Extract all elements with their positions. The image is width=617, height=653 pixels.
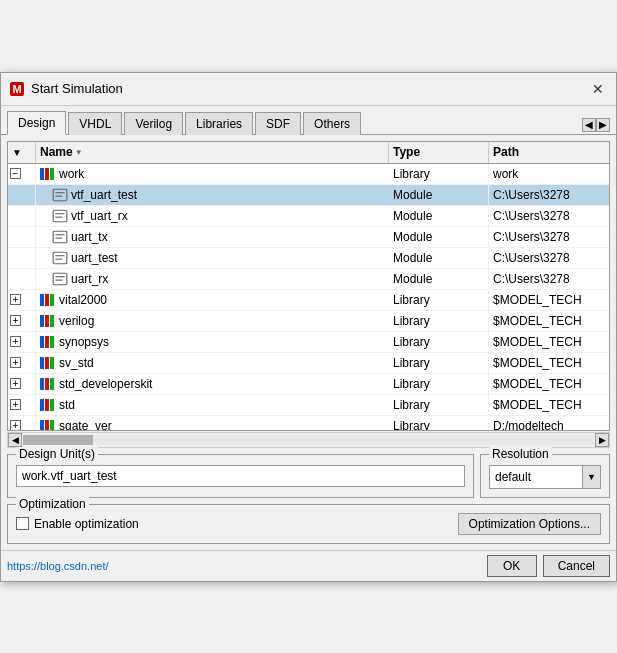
svg-rect-31 — [50, 357, 54, 369]
h-scrollbar-thumb[interactable] — [23, 435, 93, 445]
row-name-7: verilog — [36, 311, 389, 331]
svg-rect-21 — [45, 294, 49, 306]
row-name-text-10: std_developerskit — [59, 377, 152, 391]
row-expand-8[interactable]: + — [8, 332, 36, 352]
scroll-left-btn[interactable]: ◀ — [8, 433, 22, 447]
expand-plus-12[interactable]: + — [10, 420, 21, 430]
row-name-text-6: vital2000 — [59, 293, 107, 307]
table-row[interactable]: uart_tx Module C:\Users\3278 — [8, 227, 609, 248]
expand-plus-11[interactable]: + — [10, 399, 21, 410]
svg-rect-37 — [50, 399, 54, 411]
library-icon — [40, 376, 56, 392]
row-name-9: sv_std — [36, 353, 389, 373]
th-type[interactable]: Type — [389, 142, 489, 163]
expand-minus-0[interactable]: − — [10, 168, 21, 179]
row-name-text-12: sgate_ver — [59, 419, 112, 430]
row-expand-12[interactable]: + — [8, 416, 36, 430]
close-button[interactable]: ✕ — [588, 79, 608, 99]
tab-vhdl[interactable]: VHDL — [68, 112, 122, 135]
row-name-text-0: work — [59, 167, 84, 181]
table-body[interactable]: − work Library work — [8, 164, 609, 430]
row-expand-5 — [8, 269, 36, 289]
expand-plus-6[interactable]: + — [10, 294, 21, 305]
expand-plus-9[interactable]: + — [10, 357, 21, 368]
design-unit-input[interactable] — [16, 465, 465, 487]
ok-button[interactable]: OK — [487, 555, 537, 577]
row-expand-7[interactable]: + — [8, 311, 36, 331]
tab-scroll-left[interactable]: ◀ — [582, 118, 596, 132]
resolution-label: Resolution — [489, 447, 552, 461]
tab-sdf[interactable]: SDF — [255, 112, 301, 135]
resolution-dropdown-btn[interactable]: ▼ — [582, 466, 600, 488]
resolution-select[interactable]: default ps fs ns us ms — [490, 467, 582, 487]
row-expand-10[interactable]: + — [8, 374, 36, 394]
expand-plus-10[interactable]: + — [10, 378, 21, 389]
svg-rect-17 — [53, 273, 67, 284]
library-icon — [40, 334, 56, 350]
table-row[interactable]: − work Library work — [8, 164, 609, 185]
h-scrollbar-track[interactable] — [23, 435, 594, 445]
svg-rect-35 — [40, 399, 44, 411]
table-row[interactable]: vtf_uart_test Module C:\Users\3278 — [8, 185, 609, 206]
table-row[interactable]: uart_rx Module C:\Users\3278 — [8, 269, 609, 290]
row-type-8: Library — [389, 332, 489, 352]
library-icon — [40, 313, 56, 329]
library-icon — [40, 292, 56, 308]
row-name-text-8: synopsys — [59, 335, 109, 349]
resolution-select-wrapper: default ps fs ns us ms ▼ — [489, 465, 601, 489]
row-type-9: Library — [389, 353, 489, 373]
expand-plus-8[interactable]: + — [10, 336, 21, 347]
opt-row: Enable optimization Optimization Options… — [16, 513, 601, 535]
cancel-button[interactable]: Cancel — [543, 555, 610, 577]
th-path-label: Path — [493, 145, 519, 159]
row-name-8: synopsys — [36, 332, 389, 352]
svg-rect-27 — [45, 336, 49, 348]
optimization-options-button[interactable]: Optimization Options... — [458, 513, 601, 535]
svg-rect-32 — [40, 378, 44, 390]
svg-rect-33 — [45, 378, 49, 390]
row-expand-11[interactable]: + — [8, 395, 36, 415]
tab-libraries[interactable]: Libraries — [185, 112, 253, 135]
enable-optimization-checkbox[interactable] — [16, 517, 29, 530]
row-type-12: Library — [389, 416, 489, 430]
th-path[interactable]: Path — [489, 142, 609, 163]
tab-others[interactable]: Others — [303, 112, 361, 135]
h-scrollbar-container[interactable]: ◀ ▶ — [7, 432, 610, 448]
svg-rect-39 — [45, 420, 49, 430]
library-table: ▼ Name ▼ Type Path − — [7, 141, 610, 431]
row-name-text-4: uart_test — [71, 251, 118, 265]
enable-optimization-label: Enable optimization — [34, 517, 139, 531]
table-row[interactable]: + std Library $MODEL_TECH — [8, 395, 609, 416]
expand-plus-7[interactable]: + — [10, 315, 21, 326]
title-bar-left: M Start Simulation — [9, 81, 123, 97]
footer-link[interactable]: https://blog.csdn.net/ — [7, 560, 109, 572]
design-unit-section: Design Unit(s) — [7, 454, 474, 498]
tabs-container: Design VHDL Verilog Libraries SDF Others — [7, 110, 361, 134]
row-expand-9[interactable]: + — [8, 353, 36, 373]
table-row[interactable]: + sgate_ver Library D:/model — [8, 416, 609, 430]
optimization-label: Optimization — [16, 497, 89, 511]
svg-rect-25 — [50, 315, 54, 327]
table-row[interactable]: uart_test Module C:\Users\3278 — [8, 248, 609, 269]
tab-scroll-right[interactable]: ▶ — [596, 118, 610, 132]
row-expand-0[interactable]: − — [8, 164, 36, 184]
table-row[interactable]: + sv_std Library $MODEL_TECH — [8, 353, 609, 374]
tab-verilog[interactable]: Verilog — [124, 112, 183, 135]
scroll-right-btn[interactable]: ▶ — [595, 433, 609, 447]
table-row[interactable]: + verilog Library $MODEL_TEC — [8, 311, 609, 332]
row-type-3: Module — [389, 227, 489, 247]
th-type-label: Type — [393, 145, 420, 159]
svg-rect-28 — [50, 336, 54, 348]
row-type-10: Library — [389, 374, 489, 394]
table-row[interactable]: + synopsys Library $MODEL_TE — [8, 332, 609, 353]
row-expand-3 — [8, 227, 36, 247]
table-row[interactable]: + std_developerskit Library — [8, 374, 609, 395]
module-icon — [52, 271, 68, 287]
table-row[interactable]: vtf_uart_rx Module C:\Users\3278 — [8, 206, 609, 227]
table-row[interactable]: + vital2000 Library $MODEL_T — [8, 290, 609, 311]
th-name[interactable]: Name ▼ — [36, 142, 389, 163]
row-name-text-7: verilog — [59, 314, 94, 328]
tab-design[interactable]: Design — [7, 111, 66, 135]
svg-rect-23 — [40, 315, 44, 327]
row-expand-6[interactable]: + — [8, 290, 36, 310]
